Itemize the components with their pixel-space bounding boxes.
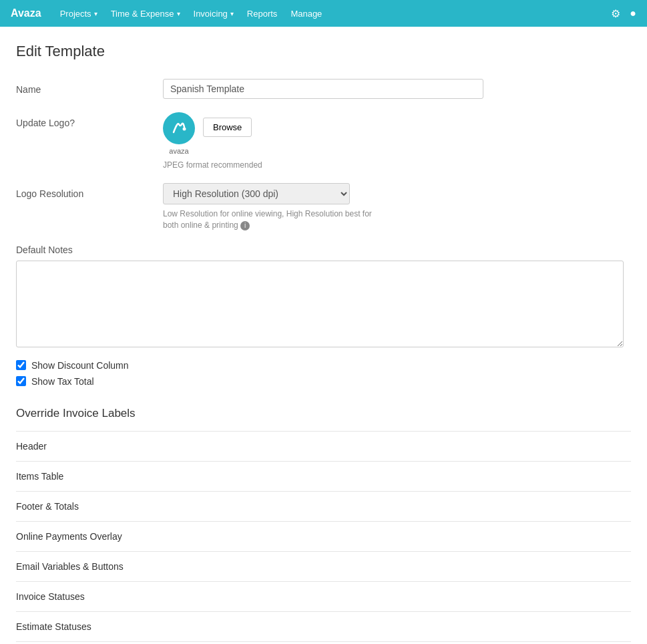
- avaza-logo-svg: [168, 118, 190, 139]
- projects-chevron-icon: ▾: [94, 10, 97, 17]
- notes-section: Default Notes: [16, 245, 631, 349]
- label-sections-list: HeaderItems TableFooter & TotalsOnline P…: [16, 431, 631, 644]
- tax-checkbox-row: Show Tax Total: [16, 376, 631, 387]
- logo-row: Update Logo? avaza Browse JPEG format re…: [16, 112, 631, 170]
- name-row: Name: [16, 79, 631, 99]
- label-section-item[interactable]: Email Variables & Buttons: [16, 551, 631, 581]
- notes-label: Default Notes: [16, 245, 631, 255]
- label-section-item[interactable]: Online Payments Overlay: [16, 521, 631, 551]
- avaza-logo-text: avaza: [169, 147, 188, 155]
- logo-label: Update Logo?: [16, 112, 163, 128]
- discount-checkbox[interactable]: [16, 360, 26, 370]
- logo-area: avaza Browse: [163, 112, 631, 155]
- label-section-item[interactable]: Estimate Statuses: [16, 611, 631, 641]
- logo-field-container: avaza Browse JPEG format recommended: [163, 112, 631, 170]
- page-title: Edit Template: [16, 43, 631, 60]
- navbar-icons: ⚙ ●: [611, 7, 636, 20]
- info-icon[interactable]: i: [240, 221, 250, 230]
- time-expense-chevron-icon: ▾: [177, 10, 180, 17]
- checkboxes-section: Show Discount Column Show Tax Total: [16, 360, 631, 387]
- resolution-select[interactable]: High Resolution (300 dpi) Low Resolution…: [163, 183, 350, 204]
- invoicing-chevron-icon: ▾: [230, 10, 234, 17]
- resolution-label: Logo Resolution: [16, 183, 163, 199]
- discount-label: Show Discount Column: [31, 360, 129, 371]
- label-section-item[interactable]: Items Table: [16, 461, 631, 491]
- page-content: Edit Template Name Update Logo? avaza: [0, 27, 647, 644]
- nav-projects[interactable]: Projects ▾: [60, 9, 97, 19]
- logo-hint: JPEG format recommended: [163, 160, 631, 170]
- label-section-item[interactable]: Footer & Totals: [16, 491, 631, 521]
- navbar: Avaza Projects ▾ Time & Expense ▾ Invoic…: [0, 0, 647, 27]
- brand-logo[interactable]: Avaza: [11, 7, 41, 19]
- avaza-logo-circle: [163, 112, 195, 144]
- notes-textarea[interactable]: [16, 261, 624, 347]
- nav-time-expense[interactable]: Time & Expense ▾: [111, 9, 180, 19]
- resolution-field-container: High Resolution (300 dpi) Low Resolution…: [163, 183, 631, 231]
- browse-button[interactable]: Browse: [203, 118, 252, 137]
- svg-point-0: [183, 128, 186, 131]
- tax-label: Show Tax Total: [31, 376, 94, 387]
- user-icon[interactable]: ●: [630, 7, 636, 19]
- tax-checkbox[interactable]: [16, 376, 26, 386]
- logo-preview: avaza: [163, 112, 195, 155]
- name-field-container: [163, 79, 631, 99]
- label-section-item[interactable]: Estimate Unique Fields: [16, 641, 631, 644]
- nav-reports[interactable]: Reports: [247, 9, 278, 19]
- resolution-row: Logo Resolution High Resolution (300 dpi…: [16, 183, 631, 231]
- nav-manage[interactable]: Manage: [290, 9, 322, 19]
- name-input[interactable]: [163, 79, 483, 99]
- override-section-title: Override Invoice Labels: [16, 407, 631, 420]
- notification-icon[interactable]: ⚙: [611, 7, 620, 20]
- resolution-hint: Low Resolution for online viewing, High …: [163, 208, 377, 231]
- label-section-item[interactable]: Invoice Statuses: [16, 581, 631, 611]
- nav-invoicing[interactable]: Invoicing ▾: [194, 9, 234, 19]
- name-label: Name: [16, 79, 163, 95]
- label-section-item[interactable]: Header: [16, 431, 631, 461]
- discount-checkbox-row: Show Discount Column: [16, 360, 631, 371]
